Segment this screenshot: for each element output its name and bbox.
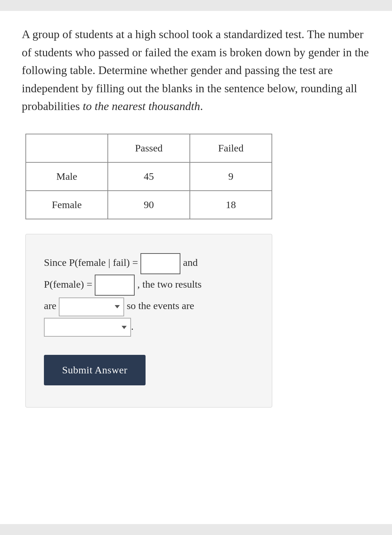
table-cell-female-passed: 90 — [108, 191, 190, 219]
submit-button[interactable]: Submit Answer — [44, 355, 146, 385]
sentence-block: Since P(female | fail) = and P(female) =… — [44, 252, 254, 337]
sentence-part1: Since P(female | fail) = — [44, 257, 138, 268]
data-table: Passed Failed Male 45 9 Female 90 18 — [25, 134, 272, 219]
table-header-passed: Passed — [108, 134, 190, 162]
table-row: Male 45 9 — [26, 162, 272, 191]
pfemale-input[interactable] — [95, 275, 135, 296]
table-cell-male-passed: 45 — [108, 162, 190, 191]
table-header-failed: Failed — [190, 134, 272, 162]
equal-select[interactable]: equal not equal — [59, 297, 124, 316]
table-cell-male-failed: 9 — [190, 162, 272, 191]
table-cell-male-label: Male — [26, 162, 108, 191]
independent-select[interactable]: independent not independent — [44, 318, 131, 337]
pfemale-fail-input[interactable] — [140, 253, 180, 274]
answer-area: Since P(female | fail) = and P(female) =… — [25, 234, 272, 408]
sentence-part6: so the events are — [127, 300, 194, 311]
sentence-part5: are — [44, 300, 56, 311]
table-cell-female-label: Female — [26, 191, 108, 219]
sentence-part2: and — [183, 257, 197, 268]
table-header-empty — [26, 134, 108, 162]
table-cell-female-failed: 18 — [190, 191, 272, 219]
table-row: Female 90 18 — [26, 191, 272, 219]
sentence-period: . — [131, 321, 134, 332]
problem-text-italic: to the nearest thousandth — [83, 100, 200, 113]
sentence-part4: , the two results — [137, 279, 201, 290]
page-container: A group of students at a high school too… — [0, 11, 392, 524]
problem-text: A group of students at a high school too… — [22, 25, 370, 115]
sentence-part3: P(female) = — [44, 279, 92, 290]
problem-text-part2: . — [200, 100, 203, 113]
